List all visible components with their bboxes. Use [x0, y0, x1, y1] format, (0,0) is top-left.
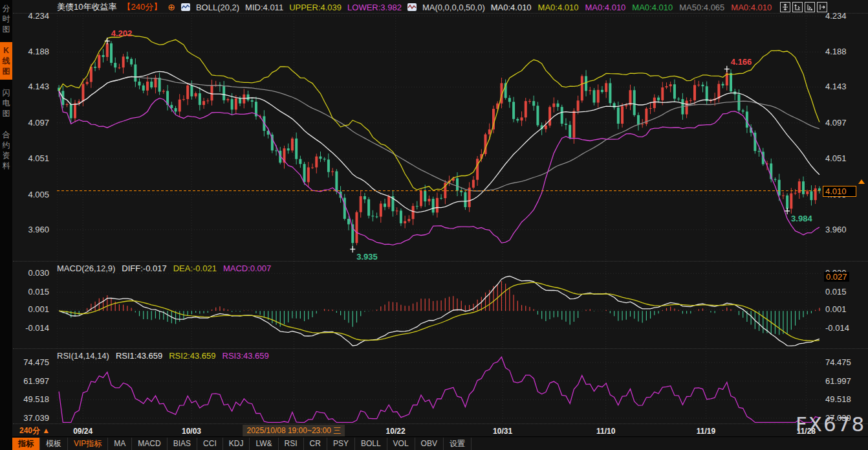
y-axis-label: 3.960 [825, 225, 847, 234]
separator-xaxis [13, 423, 868, 424]
y-axis-label: 61.997 [12, 376, 49, 386]
toolbar-item-settings[interactable]: 设置 [444, 438, 472, 450]
macd-label: MACD(26,12,9) [57, 264, 115, 273]
boll-legend-icon [181, 3, 190, 11]
highlighted-date-range: 2025/10/08 19:00~23:00 三 [243, 425, 345, 437]
scale-right-axis-icon[interactable] [805, 2, 815, 12]
toolbar-item-ma[interactable]: MA [108, 438, 132, 450]
y-axis-label: 4.143 [12, 82, 49, 91]
x-axis-row: 240分 ▲ [12, 423, 868, 436]
separator-macd [13, 261, 868, 262]
symbol-title: 美债10年收益率 [57, 1, 116, 13]
toolbar-item-rsi[interactable]: RSI [279, 438, 304, 450]
x-axis-date-label: 10/31 [493, 427, 512, 436]
toolbar-item-kdj[interactable]: KDJ [223, 438, 250, 450]
y-axis-label: 49.518 [825, 394, 851, 404]
left-sidebar: 分时图K线图闪电图合约资料 [0, 0, 12, 450]
y-axis-label: 61.997 [825, 376, 851, 386]
toolbar-item-psy[interactable]: PSY [327, 438, 355, 450]
chart-header: 美债10年收益率 【240分】 ⊕ BOLL(20,2) MID:4.011 U… [57, 1, 772, 13]
ma-value-0: MA0:4.010 [491, 3, 532, 12]
add-indicator-icon[interactable]: ⊕ [168, 3, 175, 12]
svg-text:3.935: 3.935 [356, 252, 378, 261]
toolbar-item-indicator[interactable]: 指标 [12, 438, 40, 450]
boll-lower-value: LOWER:3.982 [347, 3, 402, 12]
rsi3-value: RSI3:43.659 [222, 351, 269, 361]
y-axis-label: 0.015 [12, 287, 49, 297]
y-axis-label: 4.005 [12, 190, 49, 199]
trading-app-window: 分时图K线图闪电图合约资料 美债10年收益率 【240分】 ⊕ BOLL(20,… [0, 0, 868, 450]
toolbar-item-obv[interactable]: OBV [415, 438, 444, 450]
shift-forward-icon[interactable] [817, 2, 827, 12]
toolbar-item-macd[interactable]: MACD [132, 438, 167, 450]
toolbar-item-bias[interactable]: BIAS [168, 438, 197, 450]
y-axis-label: -0.014 [12, 323, 49, 333]
macd-dea-value: DEA:-0.021 [173, 264, 217, 273]
price-arrow-icon [858, 179, 865, 184]
y-axis-label: 4.188 [12, 47, 49, 56]
macd-panel-header: MACD(26,12,9) DIFF:-0.017 DEA:-0.021 MAC… [57, 264, 271, 273]
toolbar-item-lwr[interactable]: LW& [250, 438, 278, 450]
y-axis-label: 4.234 [825, 11, 847, 21]
sidebar-tab-contract-info[interactable]: 合约资料 [0, 126, 12, 174]
boll-upper-value: UPPER:4.039 [289, 3, 342, 12]
ma-values-group: MA0:4.010MA0:4.010MA0:4.010MA0:4.010MA50… [491, 3, 772, 12]
boll-mid-value: MID:4.011 [245, 3, 283, 12]
y-axis-label: 3.960 [12, 225, 49, 234]
rsi-panel-header: RSI(14,14,14) RSI1:43.659 RSI2:43.659 RS… [57, 351, 269, 361]
toolbar-item-boll[interactable]: BOLL [355, 438, 387, 450]
bottom-toolbar: 指标模板VIP指标MAMACDBIASCCIKDJLW&RSICRPSYBOLL… [12, 436, 868, 450]
sidebar-tab-kline-chart[interactable]: K线图 [0, 42, 12, 80]
y-axis-label: 4.188 [825, 47, 847, 56]
toolbar-item-vol[interactable]: VOL [387, 438, 415, 450]
y-axis-label: 0.001 [825, 304, 847, 314]
macd-current-badge: 0.027 [824, 272, 849, 282]
macd-chart[interactable] [57, 261, 821, 348]
ma-value-3: MA0:4.010 [632, 3, 673, 12]
y-axis-label: 4.097 [825, 118, 847, 128]
timeframe-label[interactable]: 240分 ▲ [19, 425, 50, 436]
svg-text:4.202: 4.202 [111, 28, 133, 38]
ma-value-4: MA50:4.065 [679, 3, 724, 12]
current-price-badge: 4.010 [823, 186, 856, 197]
svg-text:4.166: 4.166 [731, 57, 752, 67]
y-axis-label: 4.097 [12, 118, 49, 128]
x-axis-date-label: 10/22 [386, 427, 406, 436]
ma-value-2: MA0:4.010 [585, 3, 625, 12]
period-tag[interactable]: 【240分】 [122, 1, 162, 13]
x-axis-date-label: 09/24 [73, 427, 92, 436]
ma-value-5: MA0:4.010 [731, 3, 772, 12]
ma-legend-icon [407, 3, 417, 11]
rsi1-value: RSI1:43.659 [116, 351, 162, 361]
macd-diff-value: DIFF:-0.017 [122, 264, 166, 273]
x-axis-date-label: 11/19 [697, 427, 715, 436]
y-axis-label: 4.234 [12, 11, 49, 21]
toolbar-item-cci[interactable]: CCI [197, 438, 223, 450]
x-axis-date-label: 10/03 [182, 427, 201, 436]
boll-label: BOLL(20,2) [196, 3, 239, 12]
ma-value-1: MA0:4.010 [538, 3, 579, 12]
macd-macd-value: MACD:0.007 [223, 264, 271, 273]
y-axis-label: 4.143 [825, 82, 847, 91]
sidebar-tab-flash-chart[interactable]: 闪电图 [0, 84, 12, 122]
separator-rsi [13, 348, 868, 349]
chart-control-icons [780, 2, 827, 12]
toolbar-item-template[interactable]: 模板 [40, 438, 68, 450]
x-axis-date-label: 11/10 [596, 427, 615, 436]
y-axis-label: 0.030 [12, 268, 49, 278]
toolbar-item-vip-indicator[interactable]: VIP指标 [68, 438, 108, 450]
toolbar-item-cr[interactable]: CR [304, 438, 327, 450]
svg-text:3.984: 3.984 [791, 214, 812, 223]
sidebar-tab-time-chart[interactable]: 分时图 [0, 0, 12, 38]
y-axis-label: 0.001 [12, 304, 49, 314]
price-chart[interactable]: 4.2024.1663.9353.984 [57, 13, 821, 261]
rsi2-value: RSI2:43.659 [169, 351, 215, 361]
y-axis-label: 37.039 [12, 413, 49, 423]
scale-left-axis-icon[interactable] [792, 2, 803, 12]
fit-chart-icon[interactable] [780, 2, 790, 12]
rsi-label: RSI(14,14,14) [57, 351, 109, 361]
ma-label: MA(0,0,0,0,50,0) [422, 3, 485, 12]
watermark: FX678 [796, 412, 865, 436]
separator-top [13, 13, 868, 14]
y-axis-label: 74.475 [825, 357, 851, 367]
